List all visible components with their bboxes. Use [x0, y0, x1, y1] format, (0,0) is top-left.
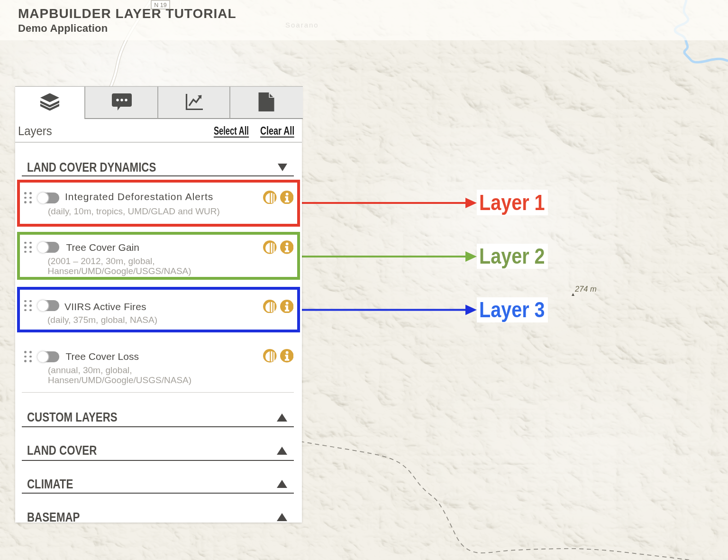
svg-text:274 m: 274 m — [574, 285, 597, 293]
